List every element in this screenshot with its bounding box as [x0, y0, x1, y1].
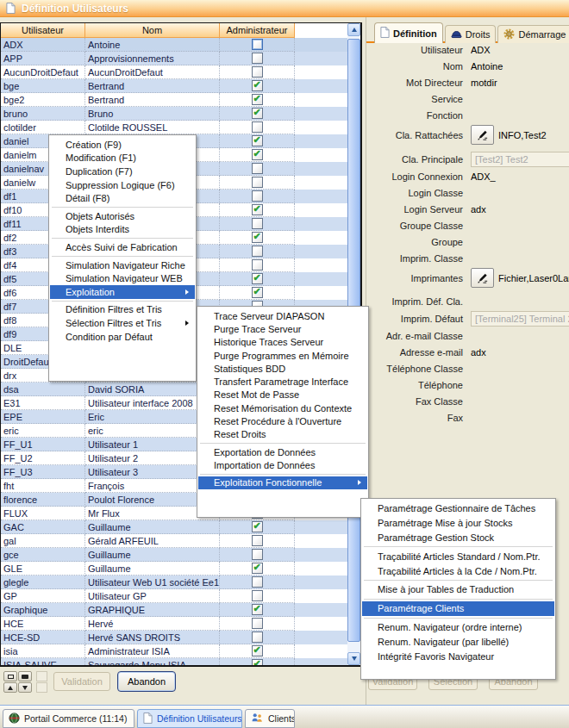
admin-checkbox[interactable] [252, 204, 263, 215]
table-row[interactable]: bge2Bertrand [1, 93, 360, 107]
admin-checkbox[interactable] [252, 218, 263, 229]
table-row[interactable]: GraphiqueGRAPHIQUE [1, 603, 360, 617]
table-row[interactable]: isiaAdministrateur ISIA [1, 644, 360, 658]
menu-item[interactable]: Transfert Parametrage Interface [198, 375, 367, 388]
menu-item[interactable]: Reset Mémorisation du Contexte [198, 401, 367, 414]
admin-checkbox[interactable] [252, 618, 263, 629]
menu-item[interactable]: Paramétrage Clients [362, 601, 554, 616]
admin-checkbox[interactable] [252, 549, 263, 560]
field-text[interactable]: ADX_ [471, 171, 496, 182]
tab-d-marrage[interactable]: Démarrage [497, 25, 569, 43]
admin-checkbox[interactable] [252, 163, 263, 174]
edit-list-button[interactable] [471, 268, 494, 288]
admin-checkbox[interactable] [252, 177, 263, 188]
menu-item[interactable]: Détail (F8) [50, 191, 195, 205]
menu-item[interactable]: Mise à jour Tables de Traduction [362, 582, 554, 597]
table-row[interactable]: APPApprovisionnements [1, 52, 360, 65]
table-row[interactable]: gceGuillaume [1, 548, 360, 562]
menu-item[interactable]: Duplication (F7) [50, 165, 195, 178]
table-row[interactable]: GLEGuillaume [1, 562, 360, 576]
admin-checkbox[interactable] [252, 232, 263, 243]
nav-next-button[interactable] [18, 682, 32, 693]
admin-checkbox[interactable] [252, 121, 263, 133]
table-row[interactable]: GPUtilisateur GP [1, 589, 360, 603]
admin-checkbox[interactable] [252, 80, 263, 91]
admin-checkbox[interactable] [252, 135, 263, 146]
admin-checkbox[interactable] [252, 590, 263, 601]
menu-item[interactable]: Exploitation [50, 285, 195, 299]
menu-item[interactable]: Renum. Navigateur (ordre interne) [362, 620, 554, 635]
admin-checkbox[interactable] [252, 259, 263, 271]
menu-item[interactable]: Reset Procédure à l'Ouverture [198, 414, 367, 427]
field-text[interactable]: ADX [471, 45, 491, 55]
scroll-up-button[interactable] [347, 23, 360, 36]
menu-item[interactable]: Paramétrage Gestion Stock [362, 531, 554, 545]
menu-item[interactable]: Paramétrage Gestionnaire de Tâches [362, 501, 554, 516]
admin-checkbox[interactable] [252, 576, 263, 588]
menu-item[interactable]: Suppression Logique (F6) [50, 178, 195, 192]
menu-item[interactable]: Traçabilité Articles à la Cde / Nom.Ptr. [362, 563, 554, 578]
admin-checkbox[interactable] [252, 94, 263, 105]
menu-item[interactable]: Objets Autorisés [50, 209, 195, 223]
nav-last-record-button[interactable] [18, 671, 32, 681]
admin-checkbox[interactable] [252, 273, 263, 284]
menu-item[interactable]: Traçabilité Articles Standard / Nom.Ptr. [362, 549, 554, 563]
admin-checkbox[interactable] [252, 149, 263, 160]
column-header-nom[interactable]: Nom [85, 23, 220, 38]
table-row[interactable]: ISIA-SAUVESauvegarde Menu ISIA [1, 658, 360, 667]
taskbar-tab-d-finition-utilisateurs[interactable]: Définition Utilisateurs [137, 709, 242, 728]
admin-checkbox[interactable] [252, 535, 263, 546]
menu-item[interactable]: Paramétrage Mise à jour Stocks [362, 516, 554, 531]
menu-item[interactable]: Purge Trace Serveur [198, 322, 367, 335]
menu-item[interactable]: Modification (F1) [50, 152, 195, 165]
nav-previous-button[interactable] [3, 682, 17, 693]
admin-checkbox[interactable] [252, 190, 263, 202]
field-text[interactable]: adx [471, 204, 486, 215]
scroll-down-button[interactable] [347, 652, 360, 665]
admin-checkbox[interactable] [252, 563, 263, 574]
table-row[interactable]: brunoBruno [1, 107, 360, 121]
taskbar-tab-clients[interactable]: Clients [245, 709, 295, 728]
menu-item[interactable]: Reset Droits [198, 428, 367, 441]
field-text[interactable]: adx [471, 347, 486, 358]
admin-checkbox[interactable] [252, 108, 263, 119]
table-row[interactable]: galGérald ARFEUIL [1, 534, 360, 548]
column-header-utilisateur[interactable]: Utilisateur [1, 23, 85, 38]
table-row[interactable]: HCE-SDHervé SANS DROITS [1, 631, 360, 644]
tab-droits[interactable]: Droits [445, 25, 497, 43]
menu-item[interactable]: Simulation Navigateur WEB [50, 271, 195, 285]
field-text[interactable]: motdir [471, 78, 497, 88]
menu-item[interactable]: Statistiques BDD [198, 362, 367, 375]
admin-checkbox[interactable] [252, 604, 263, 615]
table-row[interactable]: glegleUtilisateur Web U1 société Ee1 [1, 576, 360, 589]
menu-item[interactable]: Sélection Filtres et Tris [50, 316, 195, 330]
admin-checkbox[interactable] [252, 287, 263, 298]
table-row[interactable]: bgeBertrand [1, 79, 360, 93]
menu-item[interactable]: Exportation de Données [198, 445, 367, 458]
nav-first-record-button[interactable] [3, 671, 17, 681]
admin-checkbox[interactable] [252, 66, 263, 78]
column-header-administrateur[interactable]: Administrateur [220, 23, 295, 38]
menu-item[interactable]: Simulation Navigateur Riche [50, 258, 195, 272]
menu-item[interactable]: Trace Serveur DIAPASON [198, 309, 367, 322]
admin-checkbox[interactable] [252, 53, 263, 64]
menu-item[interactable]: Importation de Données [198, 458, 367, 471]
table-row[interactable]: ADXAntoine [1, 38, 360, 52]
admin-checkbox[interactable] [252, 645, 263, 656]
menu-item[interactable]: Objets Interdits [50, 223, 195, 237]
table-row[interactable]: GACGuillaume [1, 520, 360, 534]
table-row[interactable]: AucunDroitDefautAucunDroitDefaut [1, 65, 360, 79]
edit-list-button[interactable] [471, 125, 494, 145]
menu-item[interactable]: Accès Suivi de Fabrication [50, 240, 195, 254]
menu-item[interactable]: Historique Traces Serveur [198, 336, 367, 349]
abandon-button[interactable]: Abandon [117, 671, 176, 692]
tab-d-finition[interactable]: Définition [374, 22, 443, 43]
menu-item[interactable]: Renum. Navigateur (par libellé) [362, 634, 554, 649]
menu-item[interactable]: Création (F9) [50, 138, 195, 152]
table-row[interactable]: HCEHervé [1, 617, 360, 631]
taskbar-tab-portail-commerce-11-14-[interactable]: Portail Commerce (11:14) [3, 709, 134, 728]
menu-item[interactable]: Condition par Défaut [50, 330, 195, 344]
admin-checkbox[interactable] [252, 246, 263, 257]
field-text[interactable]: Antoine [471, 61, 503, 72]
admin-checkbox[interactable] [252, 659, 263, 667]
